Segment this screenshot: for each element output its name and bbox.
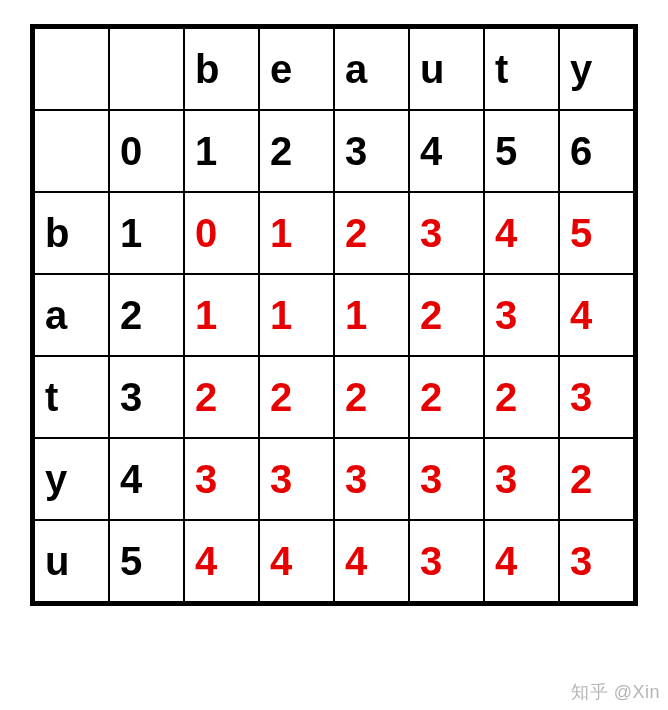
table-cell: 3 bbox=[109, 356, 184, 438]
table-cell: 4 bbox=[184, 520, 259, 602]
table-cell: 2 bbox=[484, 356, 559, 438]
table-cell bbox=[34, 110, 109, 192]
table-cell: 2 bbox=[409, 356, 484, 438]
table-cell: 2 bbox=[109, 274, 184, 356]
table-cell: 3 bbox=[409, 192, 484, 274]
table-cell: 3 bbox=[559, 520, 634, 602]
table-cell: 1 bbox=[259, 274, 334, 356]
table-cell bbox=[34, 28, 109, 110]
matrix-table: beauty0123456b1012345a2111234t3222223y43… bbox=[33, 27, 635, 603]
table-cell: 1 bbox=[109, 192, 184, 274]
watermark-text: 知乎 @Xin bbox=[571, 680, 660, 704]
table-cell: 4 bbox=[484, 192, 559, 274]
table-cell: e bbox=[259, 28, 334, 110]
table-cell: t bbox=[34, 356, 109, 438]
table-cell: 4 bbox=[109, 438, 184, 520]
table-cell: b bbox=[184, 28, 259, 110]
table-cell: b bbox=[34, 192, 109, 274]
table-cell: 6 bbox=[559, 110, 634, 192]
table-cell: a bbox=[34, 274, 109, 356]
table-cell: 2 bbox=[259, 110, 334, 192]
table-row: beauty bbox=[34, 28, 634, 110]
table-cell: 2 bbox=[559, 438, 634, 520]
table-cell: 5 bbox=[484, 110, 559, 192]
table-cell: 3 bbox=[484, 274, 559, 356]
table-cell: 1 bbox=[334, 274, 409, 356]
table-cell: 4 bbox=[484, 520, 559, 602]
table-cell: 1 bbox=[184, 274, 259, 356]
table-row: y4333332 bbox=[34, 438, 634, 520]
table-cell: 3 bbox=[484, 438, 559, 520]
table-cell: 3 bbox=[334, 110, 409, 192]
table-row: t3222223 bbox=[34, 356, 634, 438]
table-cell: 3 bbox=[559, 356, 634, 438]
table-cell: 4 bbox=[559, 274, 634, 356]
table-cell: 0 bbox=[184, 192, 259, 274]
table-cell: 4 bbox=[409, 110, 484, 192]
table-row: a2111234 bbox=[34, 274, 634, 356]
table-cell: 0 bbox=[109, 110, 184, 192]
table-cell: 3 bbox=[409, 438, 484, 520]
table-cell: 1 bbox=[184, 110, 259, 192]
table-cell: 1 bbox=[259, 192, 334, 274]
table-cell: 5 bbox=[559, 192, 634, 274]
table-row: b1012345 bbox=[34, 192, 634, 274]
table-cell: 2 bbox=[334, 356, 409, 438]
table-cell: t bbox=[484, 28, 559, 110]
table-cell: u bbox=[34, 520, 109, 602]
table-cell: u bbox=[409, 28, 484, 110]
table-cell: 3 bbox=[184, 438, 259, 520]
table-cell: 2 bbox=[409, 274, 484, 356]
table-cell: y bbox=[34, 438, 109, 520]
table-row: 0123456 bbox=[34, 110, 634, 192]
table-cell: 2 bbox=[334, 192, 409, 274]
table-cell: 4 bbox=[334, 520, 409, 602]
table-cell: y bbox=[559, 28, 634, 110]
table-cell: 3 bbox=[334, 438, 409, 520]
table-cell: 2 bbox=[259, 356, 334, 438]
table-cell: 3 bbox=[409, 520, 484, 602]
table-cell: a bbox=[334, 28, 409, 110]
table-cell bbox=[109, 28, 184, 110]
table-cell: 4 bbox=[259, 520, 334, 602]
table-row: u5444343 bbox=[34, 520, 634, 602]
table-cell: 5 bbox=[109, 520, 184, 602]
table-cell: 3 bbox=[259, 438, 334, 520]
table-cell: 2 bbox=[184, 356, 259, 438]
edit-distance-table: beauty0123456b1012345a2111234t3222223y43… bbox=[30, 24, 638, 606]
